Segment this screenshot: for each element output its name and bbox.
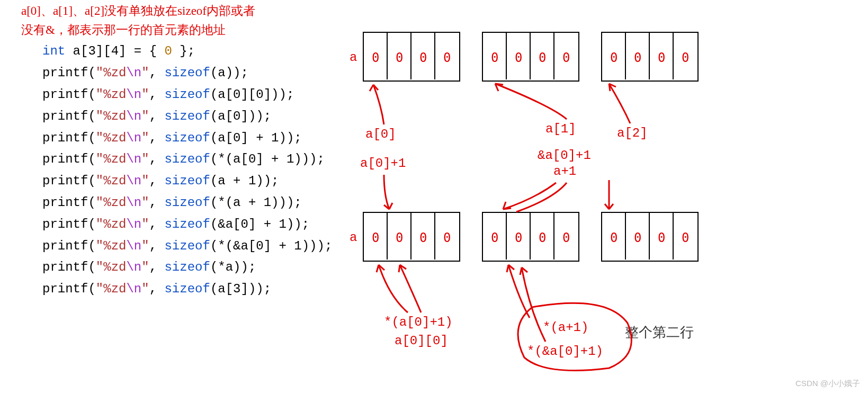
label-ampa0p1: &a[0]+1 xyxy=(538,148,591,163)
label-a00: a[0][0] xyxy=(395,334,448,348)
label-row2: 整个第二行 xyxy=(625,323,694,342)
label-ap1: a+1 xyxy=(553,164,576,178)
label-a-top: a xyxy=(350,50,357,65)
label-star-ap1: *(a+1) xyxy=(543,320,588,335)
code-block: int a[3][4] = { 0 }; printf("%zd\n", siz… xyxy=(21,41,339,300)
label-star-a0p1: *(a[0]+1) xyxy=(384,315,453,329)
comment-line-1: a[0]、a[1]、a[2]没有单独放在sizeof内部或者 xyxy=(21,3,339,20)
diagram-area: a 0 0 0 0 0 0 0 0 0 0 0 0 a[0] a[1] a[2]… xyxy=(344,0,868,303)
label-a0p1: a[0]+1 xyxy=(360,156,406,171)
label-a-bottom: a xyxy=(350,230,357,245)
label-star-amp: *(&a[0]+1) xyxy=(527,344,603,359)
comment-line-2: 没有&，都表示那一行的首元素的地址 xyxy=(21,22,339,39)
label-a0: a[0] xyxy=(365,127,396,141)
label-a1: a[1] xyxy=(545,122,576,136)
label-a2: a[2] xyxy=(617,126,648,140)
watermark: CSDN @小小娥子 xyxy=(795,379,860,389)
